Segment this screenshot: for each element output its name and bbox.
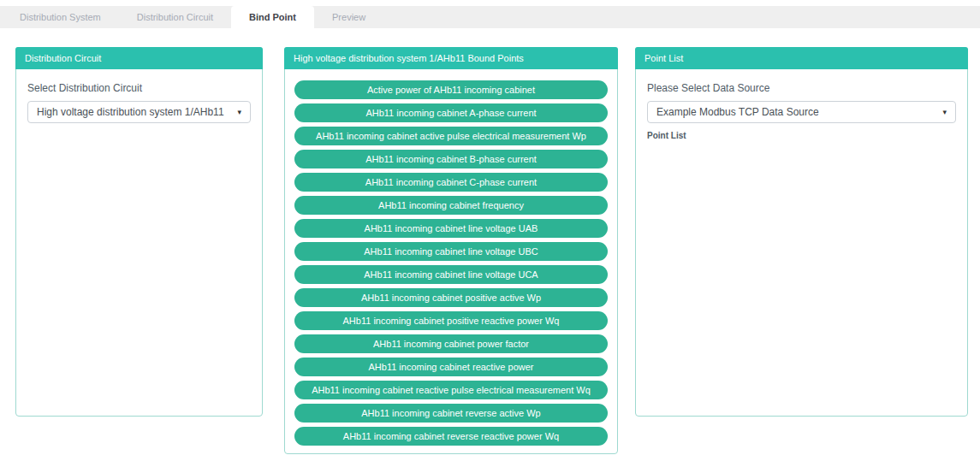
chevron-down-icon: ▾: [942, 108, 947, 116]
distribution-circuit-select[interactable]: High voltage distribution system 1/AHb11…: [27, 101, 251, 123]
bound-point-pill[interactable]: AHb11 incoming cabinet positive active W…: [294, 288, 608, 307]
bound-point-pill[interactable]: AHb11 incoming cabinet reverse active Wp: [294, 404, 608, 423]
tab-preview[interactable]: Preview: [314, 6, 383, 28]
bound-point-pill[interactable]: AHb11 incoming cabinet C-phase current: [294, 173, 608, 192]
bound-points-list: Active power of AHb11 incoming cabinetAH…: [285, 69, 617, 446]
bound-point-pill[interactable]: AHb11 incoming cabinet A-phase current: [294, 103, 608, 122]
bound-point-pill[interactable]: AHb11 incoming cabinet B-phase current: [294, 150, 608, 168]
chevron-down-icon: ▾: [237, 108, 241, 116]
bound-point-pill[interactable]: AHb11 incoming cabinet reactive power: [294, 358, 608, 376]
top-strip: [0, 0, 980, 6]
data-source-select-value: Example Modbus TCP Data Source: [656, 106, 819, 118]
bound-point-pill[interactable]: AHb11 incoming cabinet line voltage UBC: [294, 242, 608, 261]
panel-title: Distribution Circuit: [15, 47, 263, 69]
bound-point-pill[interactable]: AHb11 incoming cabinet positive reactive…: [294, 311, 608, 330]
data-source-select[interactable]: Example Modbus TCP Data Source ▾: [647, 101, 956, 123]
bound-point-pill[interactable]: Active power of AHb11 incoming cabinet: [294, 80, 608, 99]
distribution-circuit-select-value: High voltage distribution system 1/AHb11: [37, 106, 224, 118]
bound-point-pill[interactable]: AHb11 incoming cabinet frequency: [294, 196, 608, 215]
bound-point-pill[interactable]: AHb11 incoming cabinet reverse reactive …: [294, 427, 608, 446]
bound-point-pill[interactable]: AHb11 incoming cabinet line voltage UAB: [294, 219, 608, 238]
tab-distribution-circuit[interactable]: Distribution Circuit: [119, 6, 231, 28]
bound-points-panel: High voltage distribution system 1/AHb11…: [284, 47, 618, 454]
data-source-label: Please Select Data Source: [647, 82, 956, 94]
point-list-panel: Point List Please Select Data Source Exa…: [635, 47, 968, 417]
panel-title: High voltage distribution system 1/AHb11…: [284, 47, 618, 69]
tab-bind-point[interactable]: Bind Point: [231, 6, 314, 28]
select-distribution-circuit-label: Select Distribution Circuit: [27, 82, 251, 94]
panel-title: Point List: [635, 47, 968, 69]
tab-bar: Distribution SystemDistribution CircuitB…: [0, 6, 980, 28]
tab-distribution-system[interactable]: Distribution System: [2, 6, 119, 28]
point-list-label: Point List: [647, 131, 956, 140]
bound-point-pill[interactable]: AHb11 incoming cabinet line voltage UCA: [294, 265, 608, 284]
distribution-circuit-panel: Distribution Circuit Select Distribution…: [15, 47, 263, 417]
bound-point-pill[interactable]: AHb11 incoming cabinet reactive pulse el…: [294, 381, 608, 399]
bound-point-pill[interactable]: AHb11 incoming cabinet power factor: [294, 334, 608, 353]
bound-point-pill[interactable]: AHb11 incoming cabinet active pulse elec…: [294, 127, 608, 145]
